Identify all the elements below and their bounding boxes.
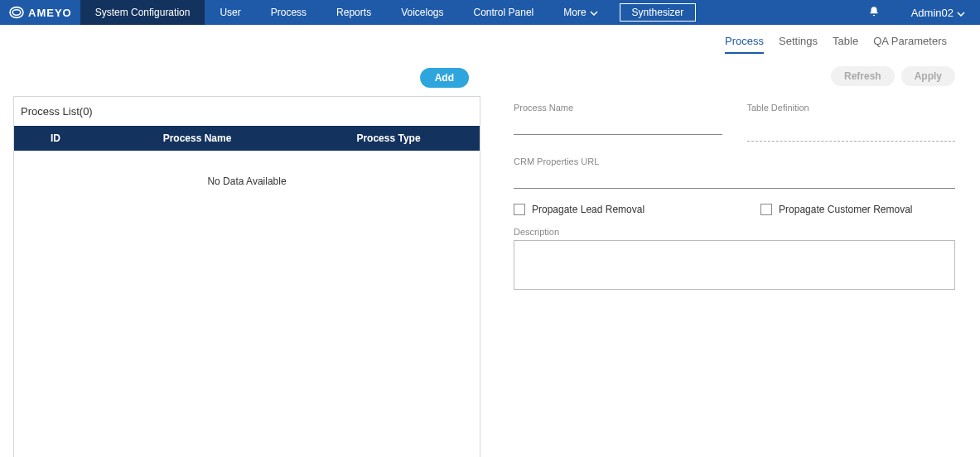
topbar: AMEYO System Configuration User Process … <box>0 0 980 25</box>
brand-text: AMEYO <box>28 7 72 19</box>
col-id[interactable]: ID <box>14 126 97 151</box>
main: Add Process List(0) ID Process Name Proc… <box>0 60 980 457</box>
table-definition-label: Table Definition <box>747 103 956 113</box>
left-pane: Add Process List(0) ID Process Name Proc… <box>0 60 480 457</box>
nav-reports[interactable]: Reports <box>321 0 386 25</box>
col-process-type[interactable]: Process Type <box>297 126 480 151</box>
no-data-message: No Data Available <box>14 151 480 212</box>
lead-removal-label: Propagate Lead Removal <box>532 204 644 215</box>
nav-process[interactable]: Process <box>256 0 321 25</box>
subtab-qa-parameters[interactable]: QA Parameters <box>873 35 947 54</box>
subtab-settings[interactable]: Settings <box>779 35 818 54</box>
topbar-right: Admin02 <box>852 0 980 25</box>
subtabs: Process Settings Table QA Parameters <box>0 25 980 60</box>
notifications-button[interactable] <box>852 6 896 20</box>
refresh-button[interactable]: Refresh <box>831 66 895 86</box>
process-list-title: Process List(0) <box>14 97 480 126</box>
nav-voicelogs[interactable]: Voicelogs <box>386 0 458 25</box>
lead-removal-checkbox[interactable] <box>514 204 525 215</box>
process-list-panel: Process List(0) ID Process Name Process … <box>13 96 480 457</box>
bell-icon <box>868 6 880 20</box>
description-textarea[interactable] <box>514 240 955 290</box>
user-menu[interactable]: Admin02 <box>896 7 980 19</box>
chevron-down-icon <box>957 7 965 19</box>
subtab-table[interactable]: Table <box>833 35 858 54</box>
customer-removal-checkbox[interactable] <box>760 204 772 215</box>
brand-logo-icon <box>8 6 25 19</box>
chevron-down-icon <box>590 7 598 18</box>
process-name-label: Process Name <box>514 103 722 113</box>
right-pane: Refresh Apply Process Name Table Definit… <box>480 60 980 457</box>
crm-url-label: CRM Properties URL <box>514 156 955 166</box>
nav-synthesizer-button[interactable]: Synthesizer <box>620 3 697 22</box>
nav-user[interactable]: User <box>205 0 255 25</box>
add-button[interactable]: Add <box>420 68 469 88</box>
subtab-process[interactable]: Process <box>725 35 764 54</box>
nav-control-panel[interactable]: Control Panel <box>459 0 549 25</box>
apply-button[interactable]: Apply <box>901 66 955 86</box>
description-label: Description <box>514 227 955 237</box>
nav-system-configuration[interactable]: System Configuration <box>80 0 205 25</box>
customer-removal-label: Propagate Customer Removal <box>779 204 912 215</box>
brand-logo: AMEYO <box>0 0 80 25</box>
nav-more[interactable]: More <box>548 0 612 25</box>
process-name-input[interactable] <box>514 116 722 135</box>
crm-url-input[interactable] <box>514 170 955 189</box>
table-definition-input[interactable] <box>747 116 956 142</box>
process-table: ID Process Name Process Type No Data Ava… <box>14 126 480 212</box>
col-process-name[interactable]: Process Name <box>97 126 297 151</box>
